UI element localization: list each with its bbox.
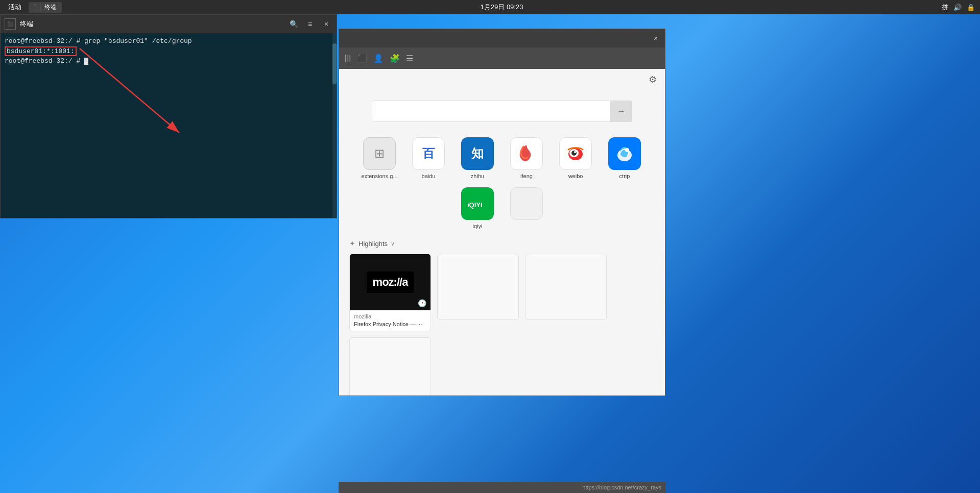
shortcut-icon-ctrip: [608, 137, 641, 170]
terminal-menu-button[interactable]: ≡: [304, 18, 316, 30]
search-go-button[interactable]: →: [611, 101, 632, 122]
terminal-titlebar: ⬛ 终端 🔍 ≡ ×: [1, 15, 337, 33]
shortcut-icon-zhihu: 知: [461, 137, 494, 170]
browser-window: × ||| ⬛ 👤 🧩 ☰ ⚙ →: [339, 29, 665, 396]
search-input[interactable]: [372, 101, 611, 122]
terminal-highlighted-output: bsduser01:*:1001:: [5, 46, 77, 56]
terminal-scrollbar[interactable]: [332, 33, 337, 218]
shortcut-label-iqiyi: iqiyi: [473, 223, 483, 229]
highlight-card-2[interactable]: [437, 254, 519, 320]
shortcut-item-ifeng[interactable]: ifeng: [506, 137, 547, 179]
highlights-chevron-icon[interactable]: ∨: [391, 240, 395, 247]
shortcut-label-weibo: weibo: [568, 173, 583, 179]
taskbar-top: 活动 ⬛ 终端 1月29日 09:23 拼 🔊 🔒: [0, 0, 980, 14]
shortcut-item-ctrip[interactable]: ctrip: [604, 137, 645, 179]
highlights-sparkle-icon: ✦: [349, 239, 355, 248]
highlight-card-site-mozilla: mozilla: [354, 313, 426, 319]
close-icon: ×: [654, 34, 658, 42]
terminal-window: ⬛ 终端 🔍 ≡ × root@freebsd-32:/ # grep "bsd…: [0, 14, 337, 218]
taskbar-datetime: 1月29日 09:23: [481, 3, 523, 12]
status-bar-url: https://blog.csdn.net/crazy_rays: [582, 484, 661, 490]
activities-button[interactable]: 活动: [5, 2, 25, 13]
shortcut-icon-baidu: 百: [412, 137, 445, 170]
highlight-clock-icon: 🕐: [418, 299, 426, 307]
search-bar-container: →: [372, 101, 632, 122]
shortcut-label-extensions: extensions.g...: [362, 173, 398, 179]
sidebar-icon[interactable]: ⬛: [355, 52, 369, 65]
browser-toolbar: ||| ⬛ 👤 🧩 ☰: [339, 47, 665, 69]
terminal-taskbar-button[interactable]: ⬛ 终端: [29, 2, 62, 13]
newtab-content: ⚙ → ⊞ extensions.g...: [339, 69, 665, 396]
highlight-card-4[interactable]: [349, 337, 431, 396]
shortcut-item-weibo[interactable]: weibo: [555, 137, 596, 179]
browser-titlebar: ×: [339, 29, 665, 47]
terminal-command-line: root@freebsd-32:/ # grep "bsduser01" /et…: [5, 36, 332, 46]
taskbar-right: 拼 🔊 🔒: [942, 3, 980, 12]
terminal-window-title: 终端: [20, 19, 33, 29]
terminal-scrollbar-thumb[interactable]: [332, 43, 337, 84]
shortcut-label-zhihu: zhihu: [471, 173, 484, 179]
shortcut-icon-weibo: [559, 137, 592, 170]
hamburger-icon[interactable]: ☰: [404, 52, 415, 65]
desktop: 活动 ⬛ 终端 1月29日 09:23 拼 🔊 🔒 ⬛ 终端 🔍 ≡ ×: [0, 0, 980, 493]
taskbar-center: 1月29日 09:23: [481, 3, 523, 12]
shortcut-icon-empty: [510, 187, 543, 220]
newtab-header: ⚙: [339, 69, 665, 90]
input-method-indicator[interactable]: 拼: [942, 3, 948, 12]
terminal-close-button[interactable]: ×: [320, 18, 332, 30]
shortcut-item-baidu[interactable]: 百 baidu: [408, 137, 449, 179]
highlight-card-thumb-mozilla: moz://a 🕐: [350, 254, 431, 310]
svg-point-11: [625, 148, 629, 152]
shortcut-label-baidu: baidu: [422, 173, 436, 179]
svg-text:iQIYI: iQIYI: [467, 201, 483, 209]
shortcut-label-ifeng: ifeng: [520, 173, 533, 179]
iqiyi-logo: iQIYI: [465, 191, 490, 216]
terminal-search-button[interactable]: 🔍: [288, 18, 300, 30]
highlights-section: ✦ Highlights ∨ moz://a 🕐 mozilla Firefox…: [339, 239, 665, 396]
highlight-card-body-mozilla: mozilla Firefox Privacy Notice — ···: [350, 310, 431, 331]
shortcut-icon-extensions: ⊞: [363, 137, 396, 170]
browser-nav-icons: ||| ⬛ 👤 🧩 ☰: [343, 52, 415, 65]
browser-status-bar: https://blog.csdn.net/crazy_rays: [339, 482, 665, 493]
terminal-titlebar-left: ⬛ 终端: [5, 18, 33, 30]
arrow-right-icon: →: [617, 107, 626, 116]
shortcut-item-iqiyi[interactable]: iQIYI iqiyi: [457, 187, 498, 229]
shortcut-icon-ifeng: [510, 137, 543, 170]
weibo-logo: [563, 141, 588, 166]
ifeng-logo: [514, 141, 539, 166]
mozilla-logo: moz://a: [367, 272, 414, 293]
terminal-taskbar-label: 终端: [44, 3, 57, 12]
terminal-command-text: root@freebsd-32:/ # grep "bsduser01" /et…: [5, 37, 192, 45]
highlight-card-mozilla[interactable]: moz://a 🕐 mozilla Firefox Privacy Notice…: [349, 254, 431, 331]
ctrip-logo: [612, 141, 637, 166]
newtab-settings-icon[interactable]: ⚙: [649, 74, 657, 85]
terminal-output-line: bsduser01:*:1001:: [5, 46, 332, 57]
highlights-cards: moz://a 🕐 mozilla Firefox Privacy Notice…: [349, 254, 655, 396]
terminal-titlebar-right: 🔍 ≡ ×: [288, 18, 332, 30]
shortcut-item-empty[interactable]: [506, 187, 547, 229]
highlight-card-title-mozilla: Firefox Privacy Notice — ···: [354, 321, 426, 328]
extension-icon[interactable]: 🧩: [388, 52, 401, 65]
shortcut-item-extensions[interactable]: ⊞ extensions.g...: [359, 137, 400, 179]
terminal-taskbar-icon: ⬛: [34, 4, 41, 11]
highlight-card-3[interactable]: [525, 254, 607, 320]
terminal-cursor: [84, 58, 88, 65]
svg-point-6: [571, 151, 577, 156]
shortcut-icon-iqiyi: iQIYI: [461, 187, 494, 220]
profile-icon[interactable]: 👤: [372, 52, 385, 65]
volume-icon[interactable]: 🔊: [953, 4, 962, 11]
lock-icon[interactable]: 🔒: [967, 4, 975, 11]
shortcuts-row: ⊞ extensions.g... 百 baidu 知 zhihu: [339, 137, 665, 229]
taskbar-left: 活动 ⬛ 终端: [0, 2, 62, 13]
highlights-label: Highlights: [358, 240, 388, 248]
highlights-header: ✦ Highlights ∨: [349, 239, 655, 248]
svg-point-7: [574, 151, 576, 153]
library-icon[interactable]: |||: [343, 52, 352, 64]
terminal-content[interactable]: root@freebsd-32:/ # grep "bsduser01" /et…: [1, 33, 337, 218]
terminal-window-icon: ⬛: [5, 18, 16, 30]
browser-close-button[interactable]: ×: [651, 33, 661, 43]
terminal-prompt-line: root@freebsd-32:/ #: [5, 56, 332, 66]
terminal-prompt-text: root@freebsd-32:/ #: [5, 57, 80, 65]
shortcut-item-zhihu[interactable]: 知 zhihu: [457, 137, 498, 179]
shortcut-label-ctrip: ctrip: [619, 173, 630, 179]
